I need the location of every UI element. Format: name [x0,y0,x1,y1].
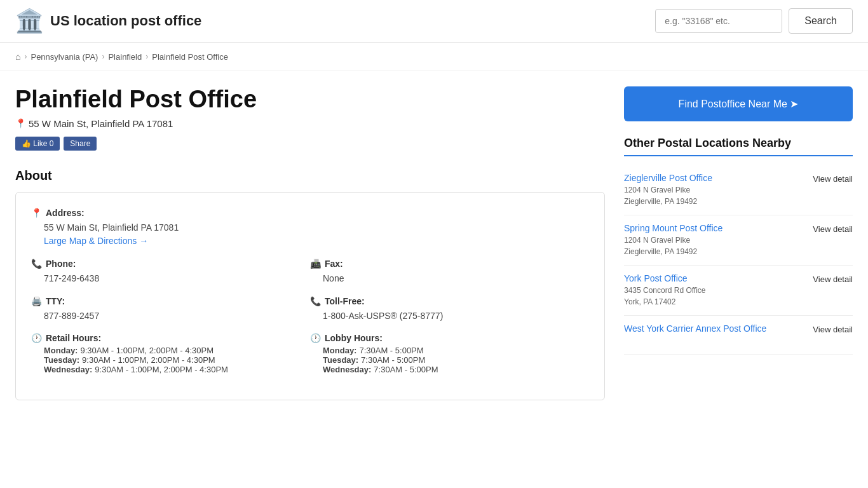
nearby-item-info: Spring Mount Post Office 1204 N Gravel P… [624,223,805,257]
phone-value: 717-249-6438 [44,271,310,285]
nearby-item-name[interactable]: York Post Office [624,273,805,283]
info-card: 📍 Address: 55 W Main St, Plainfield PA 1… [15,192,605,400]
hours-value: 9:30AM - 1:00PM, 2:00PM - 4:30PM [95,365,228,374]
nearby-item: Spring Mount Post Office 1204 N Gravel P… [624,215,853,266]
nearby-item-address: 1204 N Gravel PikeZieglerville, PA 19492 [624,234,805,257]
breadcrumb-sep-2: › [102,52,104,61]
site-title: US location post office [50,13,201,29]
tty-section: 🖨️ TTY: 877-889-2457 [31,296,310,333]
location-pin-icon: 📍 [15,118,26,128]
nearby-item-name[interactable]: Zieglerville Post Office [624,173,805,183]
nearby-section-title: Other Postal Locations Nearby [624,137,853,156]
phone-section: 📞 Phone: 717-249-6438 [31,259,310,295]
tty-icon: 🖨️ [31,296,42,306]
hours-day: Tuesday: [44,355,79,365]
main-container: Plainfield Post Office 📍 55 W Main St, P… [0,71,868,400]
address-section: 📍 Address: 55 W Main St, Plainfield PA 1… [31,208,589,246]
fax-value: None [323,271,589,285]
retail-hours-rows: Monday: 9:30AM - 1:00PM, 2:00PM - 4:30PM… [31,346,310,374]
hours-day: Tuesday: [323,355,358,365]
breadcrumb-sep-1: › [24,52,27,61]
breadcrumb-state[interactable]: Pennsylvania (PA) [31,52,98,62]
nearby-item: York Post Office 3435 Concord Rd OfficeY… [624,266,853,316]
search-area: Search [655,8,853,34]
hours-value: 9:30AM - 1:00PM, 2:00PM - 4:30PM [82,355,215,365]
lobby-hours-rows: Monday: 7:30AM - 5:00PMTuesday: 7:30AM -… [310,346,589,374]
hours-value: 7:30AM - 5:00PM [361,355,425,365]
hours-value: 7:30AM - 5:00PM [359,346,423,355]
facebook-share-button[interactable]: Share [64,137,97,151]
social-buttons: 👍 Like 0 Share [15,137,605,151]
tty-value: 877-889-2457 [44,309,310,323]
post-office-icon: 🏛️ [15,8,44,34]
breadcrumb: ⌂ › Pennsylvania (PA) › Plainfield › Pla… [0,43,868,71]
address-value: 55 W Main St, Plainfield PA 17081 [44,220,589,234]
retail-hours-row: Monday: 9:30AM - 1:00PM, 2:00PM - 4:30PM [44,346,310,355]
logo-area: 🏛️ US location post office [15,8,655,34]
fax-label: 📠 Fax: [310,259,589,269]
hours-day: Wednesday: [323,365,371,374]
nearby-item-view-link[interactable]: View detail [805,273,853,284]
retail-hours-row: Tuesday: 9:30AM - 1:00PM, 2:00PM - 4:30P… [44,355,310,365]
lobby-hours-section: 🕐 Lobby Hours: Monday: 7:30AM - 5:00PMTu… [310,333,589,384]
hours-value: 9:30AM - 1:00PM, 2:00PM - 4:30PM [80,346,214,355]
tollfree-section: 📞 Toll-Free: 1-800-Ask-USPS® (275-8777) [310,296,589,333]
hours-grid: 🕐 Retail Hours: Monday: 9:30AM - 1:00PM,… [31,333,589,384]
nearby-item-address: 3435 Concord Rd OfficeYork, PA 17402 [624,285,805,308]
lobby-clock-icon: 🕐 [310,333,321,343]
fax-section: 📠 Fax: None [310,259,589,295]
tty-tollfree-grid: 🖨️ TTY: 877-889-2457 📞 Toll-Free: 1-800-… [31,296,589,333]
nearby-item-view-link[interactable]: View detail [805,173,853,184]
phone-fax-grid: 📞 Phone: 717-249-6438 📠 Fax: None [31,259,589,295]
tty-label: 🖨️ TTY: [31,296,310,306]
nearby-item-view-link[interactable]: View detail [805,223,853,234]
tollfree-icon: 📞 [310,296,321,306]
breadcrumb-current: Plainfield Post Office [152,52,228,62]
home-icon[interactable]: ⌂ [15,51,20,62]
breadcrumb-sep-3: › [146,52,148,61]
retail-hours-row: Wednesday: 9:30AM - 1:00PM, 2:00PM - 4:3… [44,365,310,374]
clock-icon: 🕐 [31,333,42,343]
hours-day: Monday: [44,346,78,355]
nearby-item-info: West York Carrier Annex Post Office [624,323,805,346]
retail-hours-section: 🕐 Retail Hours: Monday: 9:30AM - 1:00PM,… [31,333,310,384]
lobby-hours-label: 🕐 Lobby Hours: [310,333,589,343]
header: 🏛️ US location post office Search [0,0,868,43]
nearby-item-info: York Post Office 3435 Concord Rd OfficeY… [624,273,805,308]
about-section-title: About [15,168,605,183]
page-title: Plainfield Post Office [15,86,605,113]
hours-day: Wednesday: [44,365,92,374]
retail-hours-label: 🕐 Retail Hours: [31,333,310,343]
nearby-item-address: 1204 N Gravel PikeZieglerville, PA 19492 [624,184,805,207]
address-pin-icon: 📍 [31,208,42,218]
content-right: Find Postoffice Near Me ➤ Other Postal L… [624,86,853,400]
nearby-item-name[interactable]: Spring Mount Post Office [624,223,805,233]
fax-icon: 📠 [310,259,321,269]
content-left: Plainfield Post Office 📍 55 W Main St, P… [15,86,605,400]
hours-day: Monday: [323,346,356,355]
search-button[interactable]: Search [789,8,853,34]
lobby-hours-row: Tuesday: 7:30AM - 5:00PM [323,355,589,365]
find-postoffice-button[interactable]: Find Postoffice Near Me ➤ [624,86,853,121]
nearby-item-info: Zieglerville Post Office 1204 N Gravel P… [624,173,805,207]
breadcrumb-city[interactable]: Plainfield [108,52,142,62]
nearby-item-view-link[interactable]: View detail [805,323,853,334]
search-input[interactable] [655,9,782,33]
tollfree-label: 📞 Toll-Free: [310,296,589,306]
map-directions-link[interactable]: Large Map & Directions → [44,236,589,246]
nearby-item-address [624,335,805,346]
page-address-line: 📍 55 W Main St, Plainfield PA 17081 [15,118,605,129]
hours-value: 7:30AM - 5:00PM [374,365,438,374]
nearby-item: West York Carrier Annex Post Office View… [624,316,853,355]
phone-icon: 📞 [31,259,42,269]
phone-label: 📞 Phone: [31,259,310,269]
lobby-hours-row: Monday: 7:30AM - 5:00PM [323,346,589,355]
nearby-item: Zieglerville Post Office 1204 N Gravel P… [624,165,853,215]
facebook-like-button[interactable]: 👍 Like 0 [15,137,60,151]
address-label: 📍 Address: [31,208,589,218]
nearby-item-name[interactable]: West York Carrier Annex Post Office [624,323,805,334]
nearby-list: Zieglerville Post Office 1204 N Gravel P… [624,165,853,355]
page-address-text: 55 W Main St, Plainfield PA 17081 [29,118,173,129]
lobby-hours-row: Wednesday: 7:30AM - 5:00PM [323,365,589,374]
tollfree-value: 1-800-Ask-USPS® (275-8777) [323,309,589,323]
